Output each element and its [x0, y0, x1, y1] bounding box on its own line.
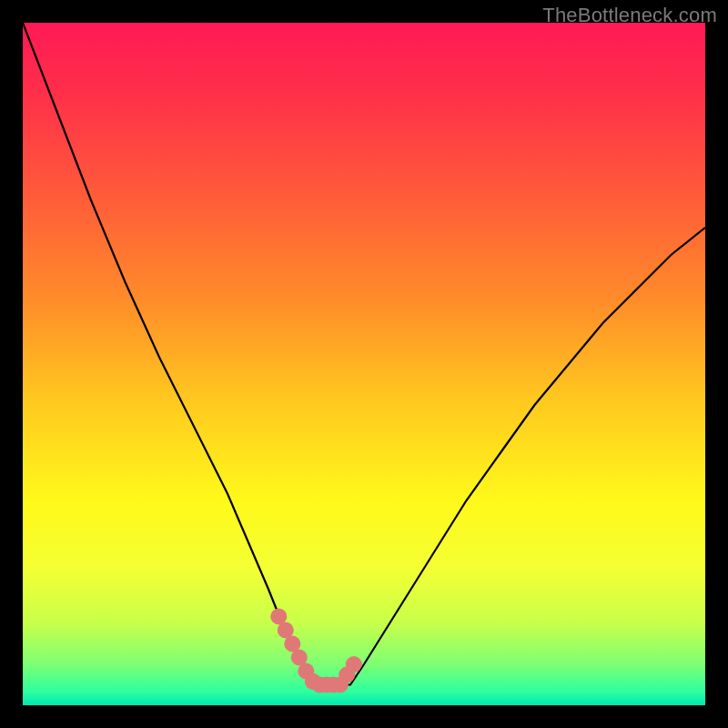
plot-area — [23, 23, 705, 705]
watermark-text: TheBottleneck.com — [542, 4, 717, 27]
bottleneck-curve — [23, 23, 705, 685]
frame: TheBottleneck.com — [0, 0, 728, 728]
chart-svg — [23, 23, 705, 705]
marker-dot — [346, 656, 362, 672]
marker-group — [270, 609, 362, 693]
